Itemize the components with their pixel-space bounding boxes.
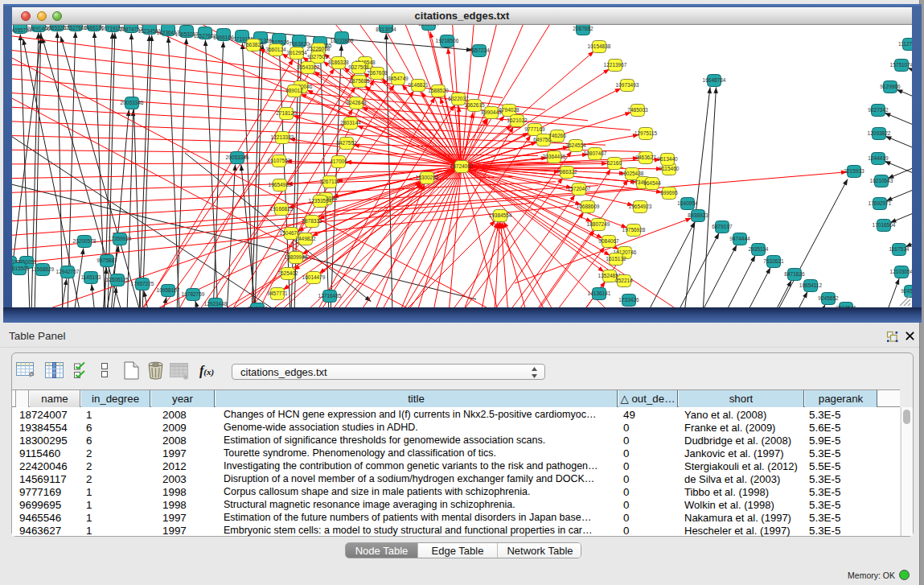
svg-text:16033809: 16033809: [331, 38, 354, 43]
svg-text:8938923: 8938923: [688, 212, 708, 218]
svg-text:16210643: 16210643: [870, 178, 893, 183]
svg-text:18724007: 18724007: [450, 163, 474, 169]
svg-text:252214: 252214: [615, 278, 633, 283]
svg-text:19756928: 19756928: [622, 227, 646, 233]
svg-text:12942757: 12942757: [56, 269, 80, 274]
svg-text:19166825: 19166825: [270, 206, 294, 212]
svg-text:10654112: 10654112: [799, 282, 823, 288]
svg-text:17692971: 17692971: [869, 200, 892, 206]
svg-text:9245012: 9245012: [901, 288, 912, 294]
svg-text:19384554: 19384554: [489, 212, 512, 218]
svg-text:746266: 746266: [548, 133, 566, 138]
svg-text:417006: 417006: [330, 159, 347, 164]
svg-text:7663822: 7663822: [243, 42, 264, 47]
svg-text:9245012: 9245012: [247, 306, 268, 307]
svg-text:18300295: 18300295: [416, 175, 439, 180]
svg-text:20364436: 20364436: [543, 154, 566, 159]
svg-text:16014479: 16014479: [302, 274, 326, 280]
svg-text:3912954: 3912954: [286, 50, 307, 56]
svg-text:699695: 699695: [660, 190, 678, 196]
svg-text:6322037: 6322037: [448, 96, 469, 101]
svg-text:15751074: 15751074: [890, 62, 912, 68]
svg-text:12923448: 12923448: [204, 301, 228, 307]
svg-text:8186328: 8186328: [328, 60, 349, 65]
svg-text:20200578: 20200578: [73, 238, 97, 244]
svg-text:10973493: 10973493: [616, 82, 639, 88]
svg-text:9463627: 9463627: [635, 154, 656, 160]
svg-text:12103054: 12103054: [890, 269, 912, 274]
svg-text:2935114: 2935114: [749, 246, 769, 252]
svg-text:8427552: 8427552: [336, 140, 357, 146]
svg-text:989012: 989012: [285, 88, 303, 93]
svg-text:1588520: 1588520: [428, 88, 449, 93]
svg-text:7625402: 7625402: [277, 270, 298, 276]
svg-text:9084067: 9084067: [598, 238, 619, 244]
svg-text:1615132: 1615132: [606, 256, 626, 262]
svg-text:11127404: 11127404: [898, 41, 912, 47]
svg-text:1449822: 1449822: [295, 236, 316, 241]
svg-text:1244419: 1244419: [868, 155, 889, 161]
svg-text:3660124: 3660124: [265, 47, 286, 52]
svg-text:9245652: 9245652: [818, 295, 839, 301]
svg-text:17957225: 17957225: [131, 281, 154, 286]
svg-text:1733426: 1733426: [618, 297, 639, 303]
svg-text:19654983: 19654983: [269, 182, 292, 187]
svg-text:3624554: 3624554: [565, 142, 586, 148]
svg-text:3915501: 3915501: [12, 266, 30, 271]
svg-text:17016504: 17016504: [873, 222, 896, 228]
svg-text:2803144: 2803144: [340, 120, 361, 126]
svg-text:9227342: 9227342: [868, 107, 889, 113]
svg-text:2718120: 2718120: [276, 110, 297, 116]
svg-text:12353594: 12353594: [309, 198, 332, 204]
svg-text:1640954: 1640954: [677, 200, 698, 206]
svg-text:62160: 62160: [607, 160, 622, 166]
svg-text:14136141: 14136141: [588, 290, 611, 296]
svg-text:8471626: 8471626: [784, 271, 805, 277]
svg-text:9613440: 9613440: [657, 156, 678, 162]
svg-text:16782759: 16782759: [182, 291, 205, 297]
svg-text:12213383: 12213383: [271, 134, 294, 140]
svg-text:7986322: 7986322: [556, 169, 577, 175]
svg-text:10958107: 10958107: [157, 287, 180, 293]
svg-text:8813054: 8813054: [418, 25, 439, 27]
svg-text:16107553: 16107553: [268, 158, 291, 163]
svg-text:12505125: 12505125: [106, 277, 129, 282]
svg-text:12975115: 12975115: [634, 130, 658, 136]
svg-text:1167534: 1167534: [889, 246, 910, 252]
svg-text:1145193: 1145193: [81, 274, 101, 280]
svg-text:9975887: 9975887: [97, 257, 117, 263]
svg-text:9327509: 9327509: [307, 54, 328, 60]
svg-text:1621022: 1621022: [507, 117, 528, 123]
svg-text:7632621: 7632621: [763, 258, 784, 264]
svg-text:10807487: 10807487: [584, 150, 607, 156]
svg-text:9327508: 9327508: [348, 64, 369, 70]
svg-text:17359924: 17359924: [109, 236, 132, 241]
svg-text:2367608: 2367608: [367, 70, 388, 76]
svg-text:15720407: 15720407: [568, 186, 591, 192]
svg-text:7357224: 7357224: [469, 47, 490, 53]
svg-text:9115460: 9115460: [659, 166, 680, 171]
svg-text:3215933: 3215933: [844, 168, 864, 174]
svg-text:20053346: 20053346: [121, 100, 144, 105]
svg-text:964544: 964544: [643, 180, 661, 186]
svg-text:18807249: 18807249: [587, 221, 610, 227]
svg-text:3267110: 3267110: [320, 179, 340, 184]
svg-text:5878332: 5878332: [302, 218, 322, 224]
svg-text:3875685: 3875685: [349, 78, 370, 84]
svg-text:15809948: 15809948: [285, 254, 308, 260]
svg-text:9129966: 9129966: [880, 84, 901, 89]
svg-text:6879197: 6879197: [712, 224, 733, 229]
svg-text:19654923: 19654923: [629, 204, 652, 209]
svg-text:10154838: 10154838: [588, 43, 611, 49]
svg-text:12093822: 12093822: [868, 130, 891, 136]
svg-text:9474444: 9474444: [729, 236, 750, 241]
svg-text:6794028: 6794028: [499, 107, 519, 113]
svg-text:1362615: 1362615: [464, 102, 485, 108]
svg-text:16543362: 16543362: [297, 64, 320, 70]
svg-text:20053346: 20053346: [226, 154, 249, 160]
svg-text:19218506: 19218506: [436, 38, 459, 43]
svg-text:13716485: 13716485: [318, 293, 342, 299]
svg-text:8454749: 8454749: [388, 76, 409, 81]
svg-text:9457771: 9457771: [267, 290, 288, 296]
svg-text:9242848: 9242848: [346, 100, 367, 105]
